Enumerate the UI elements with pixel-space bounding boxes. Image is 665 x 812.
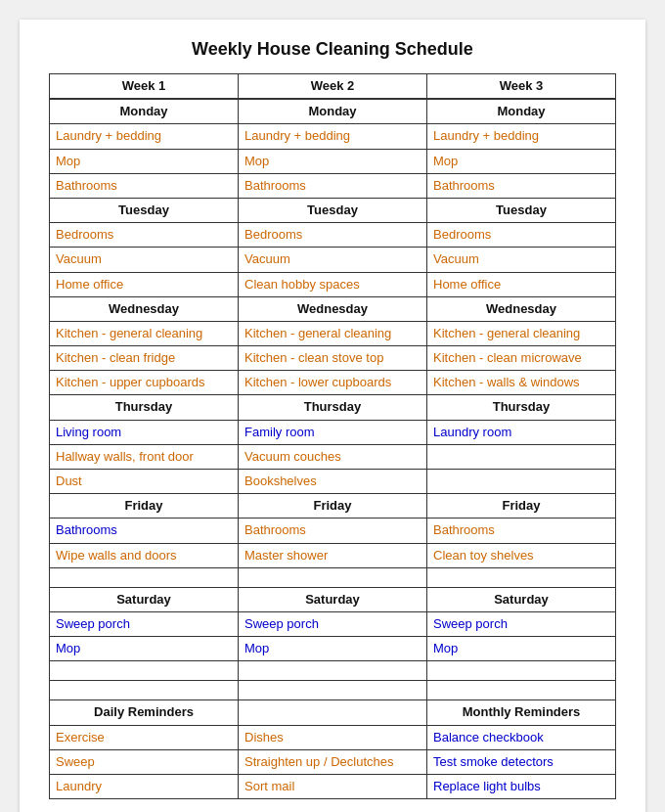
day-label-week3-friday: Friday	[427, 494, 616, 519]
day-label-week2-tuesday: Tuesday	[239, 198, 427, 222]
table-cell: Laundry room	[427, 420, 616, 444]
table-cell: Clean hobby spaces	[239, 272, 427, 296]
table-cell	[427, 567, 616, 587]
table-row	[50, 681, 616, 700]
table-cell: Sweep porch	[50, 611, 239, 636]
day-header-monday: MondayMondayMonday	[50, 100, 616, 124]
reminder-header-2: Monthly Reminders	[427, 700, 616, 725]
reminders-header-row: Daily RemindersMonthly Reminders	[50, 700, 616, 725]
table-cell: Master shower	[239, 543, 427, 567]
day-label-week3-tuesday: Tuesday	[427, 198, 616, 222]
table-cell	[239, 681, 427, 700]
table-row: BathroomsBathroomsBathrooms	[50, 519, 616, 543]
table-row: MopMopMop	[50, 149, 616, 173]
table-cell: Wipe walls and doors	[50, 543, 239, 567]
table-row: BedroomsBedroomsBedrooms	[50, 223, 616, 248]
table-cell: Sweep porch	[239, 611, 427, 636]
day-header-tuesday: TuesdayTuesdayTuesday	[50, 198, 616, 222]
table-row: LaundrySort mailReplace light bulbs	[50, 774, 616, 798]
table-cell	[50, 681, 239, 700]
week1-header: Week 1	[50, 74, 239, 99]
table-cell: Vacuum couches	[239, 444, 427, 469]
table-cell: Mop	[50, 637, 239, 661]
table-cell: Laundry + bedding	[427, 124, 616, 149]
week2-header: Week 2	[239, 74, 427, 99]
table-cell: Mop	[239, 637, 427, 661]
day-label-week2-thursday: Thursday	[239, 395, 427, 420]
table-cell: Kitchen - general cleaning	[427, 321, 616, 345]
table-cell: Laundry + bedding	[50, 124, 239, 149]
table-cell: Clean toy shelves	[427, 543, 616, 567]
table-cell	[239, 567, 427, 587]
page-title: Weekly House Cleaning Schedule	[49, 39, 616, 60]
table-cell	[427, 661, 616, 681]
table-cell: Straighten up / Declutches	[239, 749, 427, 774]
table-row: SweepStraighten up / DeclutchesTest smok…	[50, 749, 616, 774]
table-cell: Sweep porch	[427, 611, 616, 636]
table-row: VacuumVacuumVacuum	[50, 248, 616, 272]
table-row: DustBookshelves	[50, 470, 616, 494]
page: Weekly House Cleaning Schedule Week 1 We…	[20, 20, 645, 812]
table-cell: Kitchen - clean microwave	[427, 346, 616, 371]
reminder-header-1	[239, 700, 427, 725]
table-cell	[50, 661, 239, 681]
day-label-week1-tuesday: Tuesday	[50, 198, 239, 222]
table-cell	[50, 567, 239, 587]
table-cell: Sort mail	[239, 774, 427, 798]
table-row	[50, 567, 616, 587]
table-cell	[427, 470, 616, 494]
schedule-table: Week 1 Week 2 Week 3	[49, 73, 616, 99]
table-cell: Kitchen - general cleaning	[239, 321, 427, 345]
table-row: Sweep porchSweep porchSweep porch	[50, 611, 616, 636]
table-cell: Home office	[427, 272, 616, 296]
table-cell: Bathrooms	[427, 173, 616, 198]
table-cell: Replace light bulbs	[427, 774, 616, 798]
day-label-week1-wednesday: Wednesday	[50, 296, 239, 321]
table-cell: Living room	[50, 420, 239, 444]
table-cell: Exercise	[50, 725, 239, 749]
table-row: Kitchen - clean fridgeKitchen - clean st…	[50, 346, 616, 371]
reminder-header-0: Daily Reminders	[50, 700, 239, 725]
day-label-week3-saturday: Saturday	[427, 587, 616, 611]
table-cell: Test smoke detectors	[427, 749, 616, 774]
table-row	[50, 661, 616, 681]
table-cell	[427, 681, 616, 700]
day-label-week2-friday: Friday	[239, 494, 427, 519]
table-cell: Balance checkbook	[427, 725, 616, 749]
table-cell: Bedrooms	[427, 223, 616, 248]
table-cell	[427, 444, 616, 469]
table-cell: Dishes	[239, 725, 427, 749]
day-label-week2-monday: Monday	[239, 100, 427, 124]
table-row: Kitchen - upper cupboardsKitchen - lower…	[50, 371, 616, 395]
table-row: BathroomsBathroomsBathrooms	[50, 173, 616, 198]
table-cell: Home office	[50, 272, 239, 296]
day-header-thursday: ThursdayThursdayThursday	[50, 395, 616, 420]
day-label-week2-wednesday: Wednesday	[239, 296, 427, 321]
table-cell: Kitchen - walls & windows	[427, 371, 616, 395]
table-cell: Kitchen - upper cupboards	[50, 371, 239, 395]
table-cell: Bathrooms	[239, 519, 427, 543]
table-row: Hallway walls, front doorVacuum couches	[50, 444, 616, 469]
table-cell: Family room	[239, 420, 427, 444]
day-label-week1-monday: Monday	[50, 100, 239, 124]
day-label-week3-thursday: Thursday	[427, 395, 616, 420]
table-cell	[239, 661, 427, 681]
table-row: MopMopMop	[50, 637, 616, 661]
day-label-week2-saturday: Saturday	[239, 587, 427, 611]
table-cell: Kitchen - general cleaning	[50, 321, 239, 345]
day-label-week3-wednesday: Wednesday	[427, 296, 616, 321]
day-label-week3-monday: Monday	[427, 100, 616, 124]
day-header-saturday: SaturdaySaturdaySaturday	[50, 587, 616, 611]
week-header-row: Week 1 Week 2 Week 3	[50, 74, 616, 99]
table-cell: Mop	[427, 637, 616, 661]
table-cell: Vacuum	[239, 248, 427, 272]
table-cell: Kitchen - clean fridge	[50, 346, 239, 371]
day-header-wednesday: WednesdayWednesdayWednesday	[50, 296, 616, 321]
table-row: Laundry + beddingLaundry + beddingLaundr…	[50, 124, 616, 149]
week3-header: Week 3	[427, 74, 616, 99]
table-cell: Mop	[50, 149, 239, 173]
table-cell: Vacuum	[50, 248, 239, 272]
table-cell: Bathrooms	[50, 519, 239, 543]
table-row: Living roomFamily roomLaundry room	[50, 420, 616, 444]
table-cell: Mop	[427, 149, 616, 173]
